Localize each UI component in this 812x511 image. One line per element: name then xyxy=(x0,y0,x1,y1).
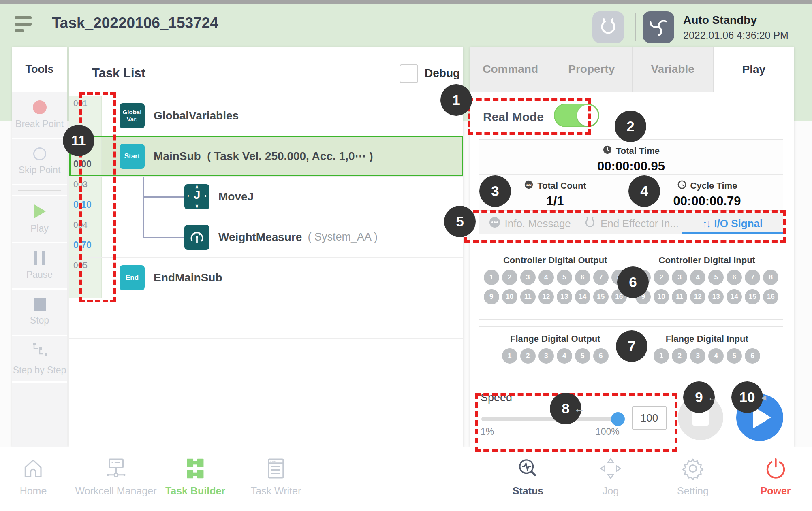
io-channel-8[interactable]: 8 xyxy=(611,270,627,285)
io-channel-9[interactable]: 9 xyxy=(484,289,499,304)
io-dot-row: 910111213141516 xyxy=(479,289,631,304)
io-channel-4[interactable]: 4 xyxy=(538,270,554,285)
nav-item-status[interactable]: Status xyxy=(513,456,543,497)
io-channel-7[interactable]: 7 xyxy=(593,270,609,285)
io-channel-1[interactable]: 1 xyxy=(654,348,669,364)
io-dot-row: 12345678 xyxy=(631,270,783,285)
stop-icon xyxy=(34,298,46,311)
tool-label: Stop xyxy=(30,315,49,326)
skip-point-icon xyxy=(33,147,46,160)
row-number: 001 xyxy=(73,98,88,108)
io-channel-4[interactable]: 4 xyxy=(708,348,724,364)
io-channel-6[interactable]: 6 xyxy=(575,270,590,285)
io-channel-6[interactable]: 6 xyxy=(727,270,742,285)
page-title: Task_20220106_153724 xyxy=(52,15,218,32)
play-button[interactable] xyxy=(736,394,783,441)
io-channel-1[interactable]: 1 xyxy=(635,270,651,285)
io-channel-5[interactable]: 5 xyxy=(557,270,572,285)
io-channel-2[interactable]: 2 xyxy=(672,348,687,364)
io-channel-15[interactable]: 15 xyxy=(593,289,609,304)
nav-item-power[interactable]: Power xyxy=(760,456,791,497)
robot-mode-button[interactable] xyxy=(643,11,674,43)
io-channel-6[interactable]: 6 xyxy=(593,348,609,364)
tab-play[interactable]: Play xyxy=(714,47,794,92)
io-channel-9[interactable]: 9 xyxy=(635,289,651,304)
nav-item-task-builder[interactable]: Task Builder xyxy=(165,456,225,497)
io-channel-11[interactable]: 11 xyxy=(672,289,687,304)
io-channel-14[interactable]: 14 xyxy=(727,289,742,304)
io-channel-13[interactable]: 13 xyxy=(557,289,572,304)
speed-slider-handle[interactable] xyxy=(611,412,625,426)
nav-item-setting[interactable]: Setting xyxy=(677,456,709,497)
io-channel-14[interactable]: 14 xyxy=(575,289,590,304)
end-effector-button[interactable] xyxy=(592,11,624,43)
stop-button[interactable] xyxy=(678,395,723,440)
workcell-icon xyxy=(75,456,156,481)
subtab-end-effector-in-[interactable]: End Effector In... xyxy=(580,213,682,234)
io-channel-2[interactable]: 2 xyxy=(654,270,669,285)
task-row[interactable]: 0030.10∧J‹›∨MoveJ xyxy=(69,177,463,217)
io-channel-5[interactable]: 5 xyxy=(575,348,590,364)
task-row[interactable]: 0020.00StartMainSub ( Task Vel. 250.000,… xyxy=(69,136,463,177)
io-channel-5[interactable]: 5 xyxy=(708,270,724,285)
row-content: StartMainSub ( Task Vel. 250.000, Acc. 1… xyxy=(102,136,463,176)
io-channel-3[interactable]: 3 xyxy=(538,348,554,364)
io-channel-5[interactable]: 5 xyxy=(727,348,742,364)
io-channel-15[interactable]: 15 xyxy=(745,289,760,304)
io-channel-16[interactable]: 16 xyxy=(611,289,627,304)
speed-label: Speed xyxy=(481,392,512,404)
io-channel-2[interactable]: 2 xyxy=(502,270,517,285)
io-channel-10[interactable]: 10 xyxy=(654,289,669,304)
nav-label-power: Power xyxy=(760,485,791,497)
subtab-i-o-signal[interactable]: ↑↓I/O Signal xyxy=(682,213,783,234)
task-row[interactable]: 0040.70WeightMeasure( System_AA ) xyxy=(69,217,463,258)
io-channel-12[interactable]: 12 xyxy=(538,289,554,304)
tab-property[interactable]: Property xyxy=(551,47,632,92)
io-channel-1[interactable]: 1 xyxy=(502,348,517,364)
tool-break-point[interactable]: Break Point xyxy=(12,92,67,138)
io-channel-16[interactable]: 16 xyxy=(763,289,778,304)
empty-task-row xyxy=(69,298,463,339)
io-channel-12[interactable]: 12 xyxy=(690,289,705,304)
real-mode-toggle[interactable] xyxy=(554,104,599,127)
row-label: WeightMeasure xyxy=(218,231,302,244)
empty-task-row xyxy=(69,339,463,379)
tab-variable[interactable]: Variable xyxy=(633,47,714,92)
io-channel-7[interactable]: 7 xyxy=(745,270,760,285)
io-channel-6[interactable]: 6 xyxy=(745,348,760,364)
tool-play[interactable]: Play xyxy=(12,196,67,242)
io-channel-1[interactable]: 1 xyxy=(484,270,499,285)
controller-digital-input: Controller Digital Input 123456789101112… xyxy=(631,248,783,319)
debug-checkbox[interactable] xyxy=(400,64,418,83)
io-channel-4[interactable]: 4 xyxy=(690,270,705,285)
nav-item-jog[interactable]: Jog xyxy=(599,456,622,497)
speed-value-field[interactable]: 100 xyxy=(632,406,667,430)
tool-skip-point[interactable]: Skip Point xyxy=(12,139,67,184)
io-channel-10[interactable]: 10 xyxy=(502,289,517,304)
task-row[interactable]: 005EndEndMainSub xyxy=(69,258,463,298)
tool-stop[interactable]: Stop xyxy=(12,290,67,335)
cycle-clock-icon xyxy=(677,180,687,192)
task-row[interactable]: 001GlobalVar.GlobalVariables xyxy=(69,96,463,136)
jog-icon xyxy=(599,456,622,481)
io-channel-3[interactable]: 3 xyxy=(520,270,536,285)
io-channel-11[interactable]: 11 xyxy=(520,289,536,304)
subtab-info-message[interactable]: Info. Message xyxy=(479,213,580,234)
io-channel-8[interactable]: 8 xyxy=(763,270,778,285)
io-channel-2[interactable]: 2 xyxy=(520,348,536,364)
io-channel-3[interactable]: 3 xyxy=(672,270,687,285)
io-channel-4[interactable]: 4 xyxy=(557,348,572,364)
empty-task-row xyxy=(69,419,463,447)
tool-step-by-step[interactable]: Step by Step xyxy=(12,336,67,381)
io-channel-3[interactable]: 3 xyxy=(690,348,705,364)
bottom-nav: HomeWorkcell ManagerTask BuilderTask Wri… xyxy=(0,447,812,511)
tree-connector xyxy=(143,237,184,238)
tool-pause[interactable]: Pause xyxy=(12,243,67,288)
menu-icon[interactable] xyxy=(15,16,32,33)
speed-slider-track[interactable] xyxy=(481,417,618,421)
nav-item-home[interactable]: Home xyxy=(20,456,47,497)
tab-command[interactable]: Command xyxy=(470,47,551,92)
nav-item-workcell-manager[interactable]: Workcell Manager xyxy=(75,456,156,497)
nav-item-task-writer[interactable]: Task Writer xyxy=(251,456,301,497)
io-channel-13[interactable]: 13 xyxy=(708,289,724,304)
